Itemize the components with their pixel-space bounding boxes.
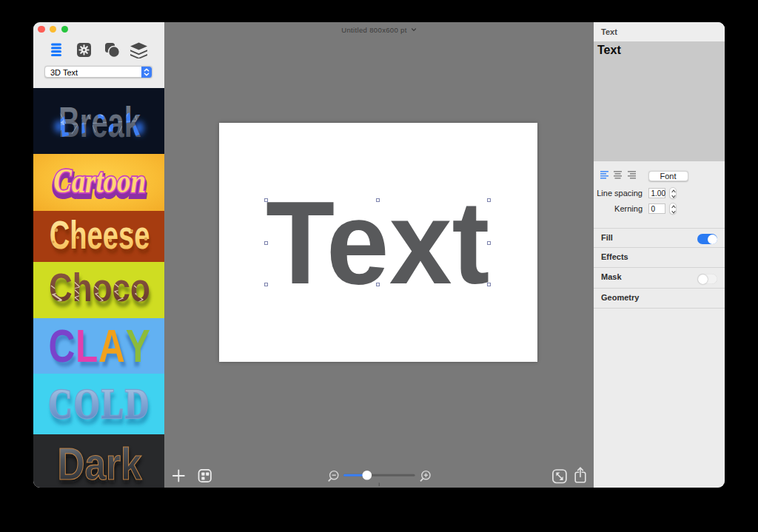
svg-text:Cartoon: Cartoon — [53, 162, 146, 200]
svg-text:Dark: Dark — [57, 439, 142, 488]
svg-text:Choco: Choco — [49, 266, 150, 309]
svg-text:CLAY: CLAY — [49, 319, 151, 371]
svg-text:Cheese: Cheese — [50, 213, 150, 257]
svg-text:COLD: COLD — [49, 380, 151, 428]
